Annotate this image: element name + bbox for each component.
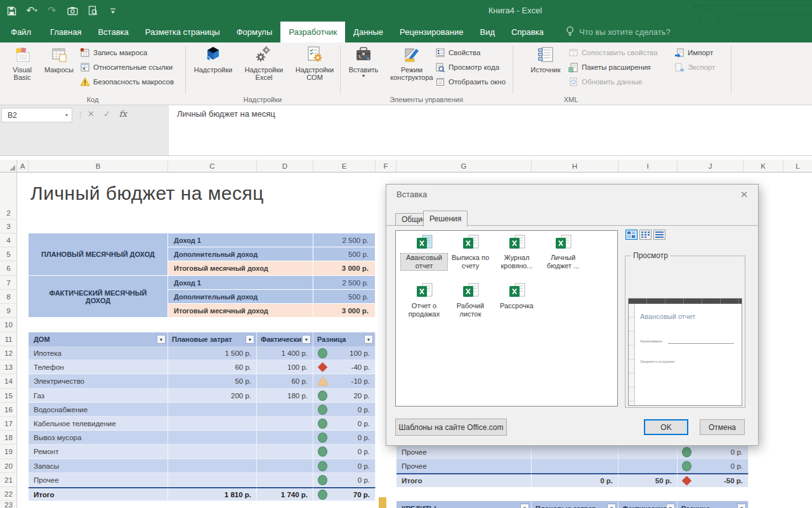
cancel-button[interactable]: Отмена — [700, 419, 745, 435]
income-name-cell[interactable]: Доход 1 — [168, 233, 313, 247]
income-name-cell[interactable]: Доход 1 — [168, 276, 313, 290]
column-header-L[interactable]: L — [783, 160, 812, 172]
tab-view[interactable]: Вид — [471, 22, 503, 42]
income-total-name-cell[interactable]: Итоговый месячный доход — [168, 304, 313, 318]
header-cell[interactable]: Фактические▼ — [619, 501, 678, 508]
header-cell[interactable]: ДОМ▼ — [29, 332, 168, 347]
header-cell[interactable]: Плановые затрат▼ — [168, 332, 257, 347]
record-macro-button[interactable]: Запись макроса — [80, 46, 147, 60]
tab-formulas[interactable]: Формулы — [228, 22, 281, 42]
tab-developer[interactable]: Разработчик — [280, 22, 345, 42]
print-preview-icon[interactable] — [86, 4, 99, 18]
tab-file[interactable]: Файл — [0, 22, 42, 42]
expansion-packs-button[interactable]: Пакеты расширения — [568, 60, 651, 74]
row-header-14[interactable]: 14 — [0, 374, 17, 389]
template-item[interactable]: Рабочий листок — [447, 283, 494, 318]
table-total-row[interactable]: Итого1 810 р. 1 740 р.70 р. — [29, 487, 376, 501]
formula-input[interactable]: Личный бюджет на месяц — [168, 105, 812, 155]
filter-dropdown-icon[interactable]: ▼ — [157, 335, 166, 344]
filter-dropdown-icon[interactable]: ▼ — [246, 335, 254, 344]
column-header-G[interactable]: G — [396, 160, 532, 172]
income-value-cell[interactable]: 2 500 р. — [313, 276, 376, 290]
template-item[interactable]: Журнал кровяно... — [494, 235, 540, 270]
properties-button[interactable]: Свойства — [435, 46, 481, 60]
view-code-button[interactable]: Просмотр кода — [435, 60, 499, 74]
column-header-E[interactable]: E — [313, 160, 376, 172]
design-mode-button[interactable]: Режим конструктора — [384, 45, 439, 81]
income-total-name-cell[interactable]: Итоговый месячный доход — [168, 261, 313, 276]
header-cell[interactable]: КРЕДИТЫ▼ — [396, 501, 532, 508]
header-cell[interactable]: Разница▼ — [313, 332, 376, 347]
template-item[interactable]: Рассрочка — [494, 283, 540, 310]
view-small-icons-button[interactable] — [639, 230, 652, 240]
row-header-22[interactable]: 22 — [0, 487, 17, 501]
row-header-6[interactable]: 6 — [0, 261, 17, 276]
filter-dropdown-icon[interactable]: ▼ — [666, 504, 675, 508]
name-box-dropdown-icon[interactable]: ▾ — [65, 112, 68, 118]
table-row[interactable]: Кабельное телевидение 0 р. — [29, 417, 376, 431]
header-cell[interactable]: Разница▼ — [678, 501, 749, 508]
enter-entry-icon[interactable]: ✓ — [103, 109, 110, 119]
visual-basic-button[interactable]: Visual Basic — [5, 45, 39, 81]
insert-function-icon[interactable]: fx — [119, 109, 127, 119]
income-value-cell[interactable]: 500 р. — [313, 290, 376, 304]
template-item[interactable]: Личный бюджет ... — [540, 235, 586, 270]
insert-controls-button[interactable]: Вставить ▾ — [344, 45, 383, 79]
row-header-5[interactable]: 5 — [0, 247, 17, 261]
header-cell[interactable]: Фактические▼ — [257, 332, 313, 347]
row-header-4[interactable]: 4 — [0, 233, 17, 247]
row-header-7[interactable]: 7 — [0, 276, 17, 290]
camera-icon[interactable] — [66, 4, 79, 18]
name-box[interactable]: B2 ▾ — [1, 108, 72, 122]
view-details-button[interactable] — [653, 230, 665, 240]
table-row[interactable]: Электричество50 р. 60 р.-10 р. — [29, 374, 376, 389]
row-header-16[interactable]: 16 — [0, 403, 17, 417]
row-header-2[interactable]: 2 — [0, 173, 17, 219]
row-header-3[interactable]: 3 — [0, 219, 17, 233]
row-header-13[interactable]: 13 — [0, 360, 17, 374]
macros-button[interactable]: Макросы — [41, 45, 77, 74]
row-header-20[interactable]: 20 — [0, 459, 17, 473]
table-row[interactable]: Ипотека1 500 р. 1 400 р.100 р. — [29, 346, 376, 360]
header-cell[interactable]: Плановые затрат▼ — [532, 501, 619, 508]
tab-insert[interactable]: Вставка — [89, 22, 136, 42]
filter-dropdown-icon[interactable]: ▼ — [520, 504, 529, 508]
tab-home[interactable]: Главная — [42, 22, 89, 42]
table-row[interactable]: Водоснабжение 0 р. — [29, 403, 376, 417]
ok-button[interactable]: OK — [644, 419, 688, 435]
sheet-title-cell[interactable]: Личный бюджет на месяц — [30, 183, 264, 204]
row-header-12[interactable]: 12 — [0, 346, 17, 360]
save-icon[interactable] — [5, 4, 18, 18]
macro-security-button[interactable]: Безопасность макросов — [80, 75, 174, 89]
actual-income-label-cell[interactable]: ФАКТИЧЕСКИЙ МЕСЯЧНЫЙ ДОХОД — [29, 276, 168, 318]
tab-help[interactable]: Справка — [503, 22, 552, 42]
addins-button[interactable]: Надстройки — [189, 45, 237, 74]
template-item-selected[interactable]: Авансовый отчет — [401, 235, 447, 270]
office-templates-button[interactable]: Шаблоны на сайте Office.com — [395, 419, 507, 436]
com-addins-button[interactable]: Надстройки COM — [291, 45, 339, 81]
income-value-cell[interactable]: 2 500 р. — [313, 233, 376, 247]
column-header-J[interactable]: J — [678, 160, 743, 172]
source-button[interactable]: Источник — [525, 45, 566, 74]
row-header-21[interactable]: 21 — [0, 473, 17, 487]
close-icon[interactable]: ✕ — [737, 188, 752, 202]
row-header-8[interactable]: 8 — [0, 290, 17, 304]
table-row[interactable]: Прочее 0 р. — [29, 473, 376, 487]
cancel-entry-icon[interactable]: ✕ — [88, 109, 95, 119]
excel-addins-button[interactable]: Надстройки Excel — [239, 45, 289, 81]
income-total-value-cell[interactable]: 3 000 р. — [313, 261, 376, 276]
income-name-cell[interactable]: Дополнительный доход — [168, 247, 313, 261]
column-header-F[interactable]: F — [376, 160, 396, 172]
table-row[interactable]: Телефон60 р. 100 р.-40 р. — [29, 360, 376, 374]
tell-me-search[interactable]: Что вы хотите сделать? — [566, 22, 671, 42]
row-header-10[interactable]: 10 — [0, 318, 17, 332]
row-header-9[interactable]: 9 — [0, 304, 17, 318]
table-row[interactable]: Газ200 р. 180 р.20 р. — [29, 389, 376, 403]
row-header-15[interactable]: 15 — [0, 389, 17, 403]
dialog-tab-solutions[interactable]: Решения — [423, 211, 468, 226]
row-header-17[interactable]: 17 — [0, 417, 17, 431]
import-button[interactable]: Импорт — [674, 46, 713, 60]
filter-dropdown-icon[interactable]: ▼ — [607, 504, 616, 508]
run-dialog-button[interactable]: Отобразить окно — [435, 75, 506, 89]
table-row[interactable]: Ремонт 0 р. — [29, 445, 376, 459]
